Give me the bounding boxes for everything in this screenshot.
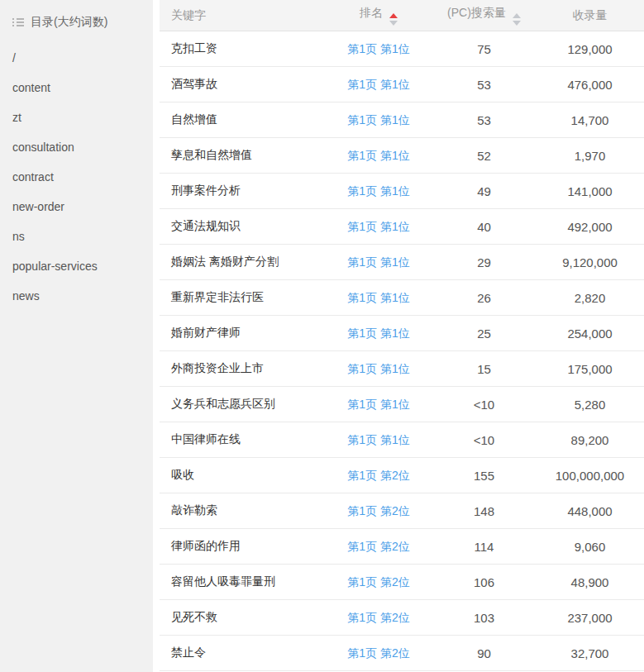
keyword-cell: 孳息和自然增值 <box>160 148 325 163</box>
rank-link[interactable]: 第1页 第1位 <box>347 398 409 411</box>
search-volume-cell: 106 <box>432 575 536 589</box>
indexed-count-cell: 2,820 <box>536 291 644 305</box>
indexed-count-cell: 9,060 <box>536 540 644 554</box>
keyword-cell: 刑事案件分析 <box>160 183 325 198</box>
rank-link[interactable]: 第1页 第1位 <box>347 255 409 269</box>
keyword-cell: 敲诈勒索 <box>160 503 325 518</box>
keyword-cell: 吸收 <box>160 468 325 483</box>
rank-link[interactable]: 第1页 第1位 <box>347 113 409 126</box>
indexed-count-cell: 254,000 <box>536 326 644 341</box>
search-volume-cell: 155 <box>432 469 536 483</box>
sort-control-volume[interactable] <box>513 13 521 26</box>
keyword-cell: 婚姻法 离婚财产分割 <box>160 255 325 269</box>
rank-cell: 第1页 第1位 <box>325 255 432 270</box>
table-row: 交通法规知识 第1页 第1位 40 492,000 <box>160 209 644 245</box>
column-header-keyword: 关键字 <box>160 7 325 22</box>
rank-link[interactable]: 第1页 第2位 <box>347 646 409 660</box>
sidebar-item[interactable]: content <box>0 73 153 102</box>
table-row: 婚姻法 离婚财产分割 第1页 第1位 29 9,120,000 <box>160 245 644 280</box>
table-row: 见死不救 第1页 第2位 103 237,000 <box>160 600 644 636</box>
sidebar-item[interactable]: new-order <box>0 192 153 222</box>
sidebar-list: / content zt consultation contract new-o… <box>0 43 153 311</box>
rank-cell: 第1页 第2位 <box>325 503 432 519</box>
table-row: 酒驾事故 第1页 第1位 53 476,000 <box>160 67 644 102</box>
column-header-volume[interactable]: (PC)搜索量 <box>432 6 536 26</box>
column-header-rank[interactable]: 排名 <box>325 6 432 26</box>
sidebar-item[interactable]: zt <box>0 102 153 132</box>
rank-cell: 第1页 第1位 <box>325 397 432 412</box>
table-row: 自然增值 第1页 第1位 53 14,700 <box>160 102 644 138</box>
rank-cell: 第1页 第2位 <box>325 539 432 555</box>
rank-cell: 第1页 第2位 <box>325 610 432 626</box>
sort-asc-icon[interactable] <box>389 13 398 18</box>
indexed-count-cell: 237,000 <box>536 611 644 625</box>
rank-cell: 第1页 第1位 <box>325 432 432 448</box>
rank-link[interactable]: 第1页 第2位 <box>347 469 409 482</box>
rank-cell: 第1页 第1位 <box>325 219 432 235</box>
table-row: 外商投资企业上市 第1页 第1位 15 175,000 <box>160 351 644 387</box>
list-icon <box>12 17 24 27</box>
table-row: 律师函的作用 第1页 第2位 114 9,060 <box>160 529 644 565</box>
rank-link[interactable]: 第1页 第1位 <box>347 220 409 233</box>
rank-link[interactable]: 第1页 第1位 <box>347 433 409 446</box>
keyword-cell: 酒驾事故 <box>160 77 325 92</box>
keyword-cell: 重新界定非法行医 <box>160 290 325 305</box>
indexed-count-cell: 9,120,000 <box>536 255 644 269</box>
keyword-cell: 禁止令 <box>160 646 325 660</box>
rank-cell: 第1页 第1位 <box>325 112 432 128</box>
table-row: 重新界定非法行医 第1页 第1位 26 2,820 <box>160 280 644 316</box>
indexed-count-cell: 48,900 <box>536 575 644 589</box>
sort-control-rank[interactable] <box>389 13 398 26</box>
rank-cell: 第1页 第1位 <box>325 183 432 199</box>
sidebar-item[interactable]: news <box>0 281 153 311</box>
table-row: 敲诈勒索 第1页 第2位 148 448,000 <box>160 493 644 529</box>
search-volume-cell: 29 <box>432 255 536 269</box>
indexed-count-cell: 175,000 <box>536 362 644 376</box>
keyword-table: 关键字 排名 (PC)搜索量 收录量 克扣工资 第1页 第1位 75 129,0… <box>160 0 644 672</box>
keyword-cell: 自然增值 <box>160 112 325 127</box>
rank-link[interactable]: 第1页 第2位 <box>347 540 409 553</box>
rank-link[interactable]: 第1页 第1位 <box>347 78 409 91</box>
sort-desc-icon[interactable] <box>389 21 398 26</box>
sidebar-item[interactable]: ns <box>0 222 153 251</box>
sidebar-item[interactable]: consultation <box>0 132 153 162</box>
keyword-cell: 婚前财产律师 <box>160 326 325 341</box>
keyword-cell: 克扣工资 <box>160 41 325 56</box>
rank-link[interactable]: 第1页 第1位 <box>347 291 409 304</box>
keyword-cell: 义务兵和志愿兵区别 <box>160 397 325 412</box>
indexed-count-cell: 492,000 <box>536 220 644 234</box>
table-row: 吸收 第1页 第2位 155 100,000,000 <box>160 458 644 493</box>
rank-link[interactable]: 第1页 第1位 <box>347 326 409 340</box>
sort-desc-icon[interactable] <box>513 21 521 26</box>
sidebar-item[interactable]: contract <box>0 162 153 192</box>
search-volume-cell: 75 <box>432 42 536 56</box>
indexed-count-cell: 476,000 <box>536 78 644 92</box>
search-volume-cell: 40 <box>432 220 536 234</box>
table-body: 克扣工资 第1页 第1位 75 129,000 酒驾事故 第1页 第1位 53 … <box>160 31 644 671</box>
rank-cell: 第1页 第2位 <box>325 468 432 484</box>
rank-cell: 第1页 第1位 <box>325 41 432 57</box>
rank-link[interactable]: 第1页 第2位 <box>347 611 409 624</box>
sidebar-title: 目录(大约词数) <box>31 15 107 30</box>
rank-link[interactable]: 第1页 第1位 <box>347 42 409 55</box>
rank-cell: 第1页 第1位 <box>325 77 432 93</box>
search-volume-cell: <10 <box>432 433 536 447</box>
sidebar-item[interactable]: / <box>0 43 153 73</box>
table-row: 刑事案件分析 第1页 第1位 49 141,000 <box>160 174 644 209</box>
sidebar-item[interactable]: popular-services <box>0 251 153 281</box>
search-volume-cell: 103 <box>432 611 536 625</box>
keyword-cell: 律师函的作用 <box>160 539 325 554</box>
sort-asc-icon[interactable] <box>513 13 521 18</box>
rank-link[interactable]: 第1页 第2位 <box>347 504 409 517</box>
rank-link[interactable]: 第1页 第1位 <box>347 149 409 162</box>
rank-link[interactable]: 第1页 第2位 <box>347 575 409 589</box>
rank-link[interactable]: 第1页 第1位 <box>347 184 409 198</box>
search-volume-cell: 52 <box>432 149 536 163</box>
table-row: 容留他人吸毒罪量刑 第1页 第2位 106 48,900 <box>160 565 644 600</box>
rank-link[interactable]: 第1页 第1位 <box>347 362 409 375</box>
rank-cell: 第1页 第2位 <box>325 574 432 590</box>
keyword-cell: 见死不救 <box>160 610 325 625</box>
rank-cell: 第1页 第1位 <box>325 326 432 341</box>
indexed-count-cell: 1,970 <box>536 149 644 163</box>
sidebar-header: 目录(大约词数) <box>0 8 153 36</box>
